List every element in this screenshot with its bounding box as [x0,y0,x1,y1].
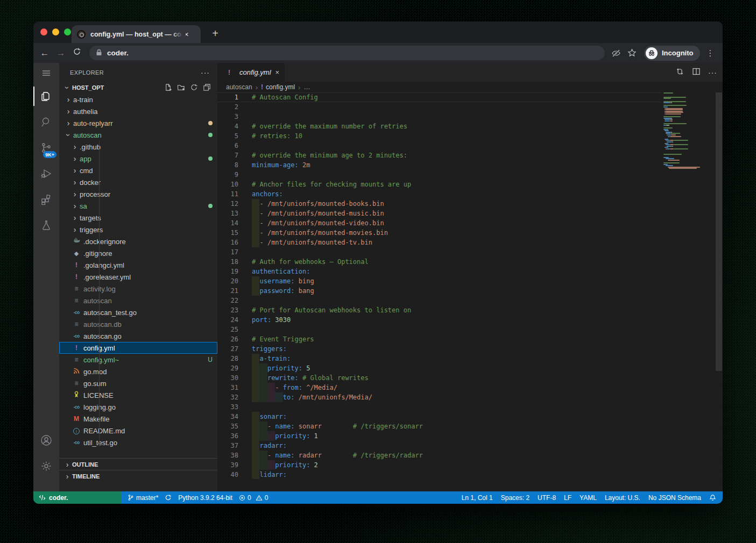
code-line-6[interactable]: 6 [217,141,661,151]
code-line-30[interactable]: 30 rewrite: # Global rewrites [217,373,661,383]
code-line-36[interactable]: 36 priority: 1 [217,431,661,441]
code-line-2[interactable]: 2 [217,102,661,112]
code-line-34[interactable]: 34 sonarr: [217,412,661,421]
scrollbar-thumb[interactable] [716,92,722,371]
tree-item-auto-replyarr[interactable]: ›auto-replyarr [59,117,217,129]
code-line-26[interactable]: 26# Event Triggers [217,334,661,344]
tree-item--goreleaser-yml[interactable]: !.goreleaser.yml [59,271,217,283]
code-line-40[interactable]: 40 lidarr: [217,470,661,479]
tree-item-targets[interactable]: ›targets [59,212,217,224]
tree-item-config-yml-[interactable]: ≡config.yml~U [59,354,217,366]
code-line-38[interactable]: 38 - name: radarr # /triggers/radarr [217,451,661,460]
tree-item-authelia[interactable]: ›authelia [59,105,217,117]
code-line-4[interactable]: 4# override the maximum number of retrie… [217,122,661,131]
code-line-28[interactable]: 28 a-train: [217,354,661,363]
account-icon[interactable] [33,427,59,453]
breadcrumb-file[interactable]: config.yml [266,83,295,91]
tree-item-autoscan[interactable]: ≡autoscan [59,295,217,306]
sync-icon[interactable] [165,494,172,501]
source-control-icon[interactable]: 9K+ [33,135,59,161]
timeline-section[interactable]: ›TIMELINE [59,470,217,482]
code-line-11[interactable]: 11anchors: [217,189,661,199]
tree-item--github[interactable]: ›.github [59,141,217,153]
status-ln-1-col-1[interactable]: Ln 1, Col 1 [462,494,493,502]
code-line-33[interactable]: 33 [217,402,661,412]
collapse-folders-icon[interactable] [203,83,211,92]
code-line-35[interactable]: 35 - name: sonarr # /triggers/sonarr [217,421,661,431]
code-line-21[interactable]: 21 password: bang [217,286,661,296]
extensions-icon[interactable] [33,187,59,212]
tree-item-autoscan-go[interactable]: -coautoscan.go [59,330,217,342]
status-spaces-2[interactable]: Spaces: 2 [501,494,529,502]
vertical-scrollbar[interactable] [715,92,723,479]
testing-icon[interactable] [33,212,59,238]
search-icon[interactable] [33,109,59,135]
tree-item-util-test-go[interactable]: -coutil_test.go [59,437,217,447]
notifications-bell-icon[interactable] [709,494,716,501]
status-no-json-schema[interactable]: No JSON Schema [648,494,701,502]
tree-item-autoscan[interactable]: ›autoscan [59,129,217,141]
status-layout-u-s-[interactable]: Layout: U.S. [605,494,640,502]
code-line-14[interactable]: 14 - /mnt/unionfs/mounted-video.bin [217,218,661,228]
code-line-29[interactable]: 29 priority: 5 [217,363,661,373]
code-line-5[interactable]: 5# retries: 10 [217,131,661,141]
code-line-31[interactable]: 31 - from: ^/Media/ [217,383,661,392]
code-line-13[interactable]: 13 - /mnt/unionfs/mounted-music.bin [217,209,661,218]
code-line-20[interactable]: 20 username: bing [217,276,661,286]
problems-item[interactable]: 0 0 [239,494,268,502]
tree-item-sa[interactable]: ›sa [59,200,217,212]
breadcrumb-symbol[interactable]: … [303,83,310,91]
hide-eye-icon[interactable] [611,48,621,58]
section-host-opt[interactable]: › HOST_OPT [59,82,217,94]
code-line-1[interactable]: 1# Autoscan Config [217,92,661,102]
outline-section[interactable]: ›OUTLINE [59,458,217,470]
browser-tab[interactable]: config.yml — host_opt — code × [72,25,201,43]
tree-item-autoscan-db[interactable]: ≡autoscan.db [59,318,217,330]
tree-item-go-sum[interactable]: ≡go.sum [59,377,217,389]
new-file-icon[interactable] [164,83,172,92]
tree-item--gitignore[interactable]: ◆.gitignore [59,247,217,259]
tree-item-app[interactable]: ›app [59,153,217,165]
editor-tab[interactable]: ! config.yml × [217,63,285,82]
explorer-more-icon[interactable]: ··· [201,68,210,77]
back-button[interactable]: ← [37,48,53,59]
tree-item-license[interactable]: LICENSE [59,389,217,401]
open-changes-icon[interactable] [676,67,684,78]
status-lf[interactable]: LF [564,494,571,502]
tree-item-makefile[interactable]: MMakefile [59,413,217,425]
code-line-27[interactable]: 27triggers: [217,344,661,354]
address-bar[interactable]: coder. [89,46,605,60]
status-utf-8[interactable]: UTF-8 [538,494,556,502]
code-line-9[interactable]: 9 [217,170,661,180]
tree-item-logging-go[interactable]: -cologging.go [59,401,217,413]
code-line-25[interactable]: 25 [217,325,661,334]
code-line-8[interactable]: 8minimum-age: 2m [217,160,661,170]
breadcrumb-folder[interactable]: autoscan [226,83,252,91]
tree-item-config-yml[interactable]: !config.yml [59,342,217,354]
tree-item-activity-log[interactable]: ≡activity.log [59,283,217,295]
refresh-icon[interactable] [190,83,198,92]
browser-menu-icon[interactable]: ⋮ [706,48,715,58]
code-line-19[interactable]: 19authentication: [217,267,661,276]
code-line-24[interactable]: 24port: 3030 [217,315,661,325]
code-line-23[interactable]: 23# Port for Autoscan webhooks to listen… [217,305,661,315]
reload-button[interactable] [69,47,85,59]
run-and-debug-icon[interactable] [33,161,59,187]
traffic-light-close[interactable] [40,28,47,35]
settings-gear-icon[interactable] [33,453,59,479]
editor-tab-close-icon[interactable]: × [275,68,280,76]
code-line-18[interactable]: 18# Auth for webhooks — Optional [217,257,661,267]
tree-item-triggers[interactable]: ›triggers [59,224,217,235]
remote-indicator[interactable]: coder. [33,491,121,504]
code-line-12[interactable]: 12 - /mnt/unionfs/mounted-books.bin [217,199,661,209]
git-branch-item[interactable]: master* [128,494,158,502]
tree-item--golangci-yml[interactable]: !.golangci.yml [59,259,217,271]
tree-item-a-train[interactable]: ›a-train [59,94,217,105]
status-yaml[interactable]: YAML [580,494,597,502]
code-line-32[interactable]: 32 to: /mnt/unionfs/Media/ [217,392,661,402]
code-line-7[interactable]: 7# override the minimum age to 2 minutes… [217,151,661,160]
explorer-icon[interactable] [33,83,59,109]
traffic-light-maximize[interactable] [64,28,71,35]
code-line-37[interactable]: 37 radarr: [217,441,661,451]
code-line-16[interactable]: 16 - /mnt/unionfs/mounted-tv.bin [217,238,661,247]
